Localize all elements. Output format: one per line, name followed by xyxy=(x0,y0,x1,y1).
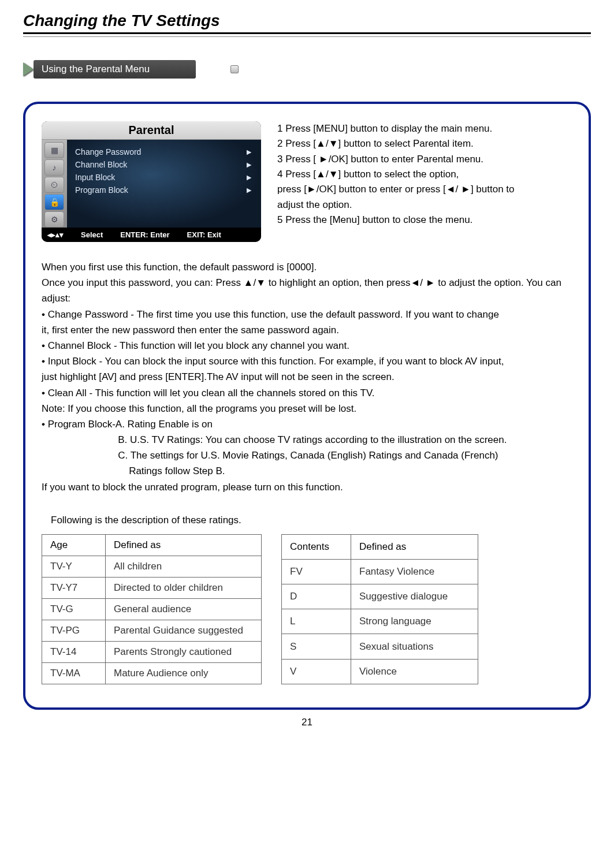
body-line: Note: If you choose this function, all t… xyxy=(42,401,572,416)
table-row: TV-14Parents Strongly cautioned xyxy=(42,641,262,662)
cell: Directed to older children xyxy=(106,577,262,598)
osd-footer-select: Select xyxy=(81,230,103,239)
ratings-intro: Following is the description of these ra… xyxy=(51,515,572,526)
body-text: When you first use this function, the de… xyxy=(42,259,572,495)
body-line: just highlight [AV] and press [ENTER].Th… xyxy=(42,369,572,385)
osd-item[interactable]: Channel Block ► xyxy=(75,158,253,171)
body-line: Ratings follow Step B. xyxy=(42,463,572,479)
osd-side-icons: ▦ ♪ ⏲ 🔒 ⚙ xyxy=(42,140,67,228)
osd-item-label: Input Block xyxy=(75,173,115,182)
osd-menu: Parental ▦ ♪ ⏲ 🔒 ⚙ Change Password ► Cha… xyxy=(42,121,261,242)
table-header: Defined as xyxy=(351,534,478,559)
section-banner-label: Using the Parental Menu xyxy=(34,60,196,79)
step-line: 2 Press [▲/▼] button to select Parental … xyxy=(277,136,572,151)
table-header: Age xyxy=(42,534,106,556)
chevron-right-icon: ► xyxy=(245,160,253,169)
table-header: Defined as xyxy=(106,534,262,556)
cell: FV xyxy=(282,559,351,584)
chevron-right-icon: ► xyxy=(245,185,253,195)
page-number: 21 xyxy=(23,717,591,728)
cell: Parents Strongly cautioned xyxy=(106,641,262,662)
body-line: • Channel Block - This function will let… xyxy=(42,338,572,353)
osd-footer-enter: ENTER: Enter xyxy=(120,230,169,239)
step-line: 4 Press [▲/▼] button to select the optio… xyxy=(277,167,572,182)
cell: TV-PG xyxy=(42,620,106,641)
cell: Strong language xyxy=(351,609,478,634)
osd-item-label: Change Password xyxy=(75,147,141,157)
cell: TV-MA xyxy=(42,662,106,684)
table-row: TV-PGParental Guidance suggested xyxy=(42,620,262,641)
osd-items: Change Password ► Channel Block ► Input … xyxy=(67,140,261,228)
page-title: Changing the TV Settings xyxy=(23,12,591,34)
table-row: SSexual situations xyxy=(282,634,478,659)
cell: S xyxy=(282,634,351,659)
content-frame: Parental ▦ ♪ ⏲ 🔒 ⚙ Change Password ► Cha… xyxy=(23,102,591,710)
body-line: If you want to block the unrated program… xyxy=(42,479,572,495)
osd-footer-exit: EXIT: Exit xyxy=(187,230,221,239)
cell: TV-Y7 xyxy=(42,577,106,598)
cell: Fantasy Violence xyxy=(351,559,478,584)
body-line: • Clean All - This function will let you… xyxy=(42,385,572,401)
body-line: Once you input this password, you can: P… xyxy=(42,275,572,306)
cell: Mature Audience only xyxy=(106,662,262,684)
table-row: FVFantasy Violence xyxy=(282,559,478,584)
cell: TV-14 xyxy=(42,641,106,662)
table-row: TV-MAMature Audience only xyxy=(42,662,262,684)
cell: Sexual situations xyxy=(351,634,478,659)
osd-icon-setup[interactable]: ⚙ xyxy=(44,211,64,228)
cell: All children xyxy=(106,556,262,577)
cell: Parental Guidance suggested xyxy=(106,620,262,641)
step-line: 3 Press [ ►/OK] button to enter Parental… xyxy=(277,152,572,167)
table-row: TV-YAll children xyxy=(42,556,262,577)
osd-icon-parental[interactable]: 🔒 xyxy=(44,194,64,210)
cell: General audience xyxy=(106,598,262,620)
osd-item-label: Channel Block xyxy=(75,160,127,169)
cell: Suggestive dialogue xyxy=(351,584,478,609)
body-line: • Change Password - The first time you u… xyxy=(42,307,572,322)
step-line: adjust the option. xyxy=(277,198,572,213)
nav-arrows-icon: ◂▸▴▾ xyxy=(47,230,64,239)
table-row: TV-Y7Directed to older children xyxy=(42,577,262,598)
chevron-right-icon: ► xyxy=(245,147,253,157)
osd-title: Parental xyxy=(42,121,261,140)
banner-trail-icon xyxy=(230,65,239,73)
body-line: When you first use this function, the de… xyxy=(42,259,572,275)
osd-item-label: Program Block xyxy=(75,185,128,195)
osd-item[interactable]: Change Password ► xyxy=(75,146,253,158)
table-row: VViolence xyxy=(282,659,478,684)
age-ratings-table: Age Defined as TV-YAll children TV-Y7Dir… xyxy=(42,534,262,684)
step-line: press [►/OK] button to enter or press [◄… xyxy=(277,182,572,197)
body-line: C. The settings for U.S. Movie Ratings, … xyxy=(42,448,572,463)
osd-item[interactable]: Input Block ► xyxy=(75,171,253,184)
cell: V xyxy=(282,659,351,684)
cell: D xyxy=(282,584,351,609)
chevron-right-icon: ► xyxy=(245,173,253,182)
osd-item[interactable]: Program Block ► xyxy=(75,184,253,196)
cell: TV-Y xyxy=(42,556,106,577)
cell: L xyxy=(282,609,351,634)
table-header: Contents xyxy=(282,534,351,559)
banner-arrow-icon xyxy=(23,62,34,76)
body-line: it, first enter the new password then en… xyxy=(42,322,572,338)
table-row: LStrong language xyxy=(282,609,478,634)
step-line: 1 Press [MENU] button to display the mai… xyxy=(277,121,572,136)
section-banner: Using the Parental Menu xyxy=(23,60,591,79)
body-line: • Input Block - You can block the input … xyxy=(42,353,572,369)
body-line: B. U.S. TV Ratings: You can choose TV ra… xyxy=(42,432,572,448)
body-line: • Program Block-A. Rating Enable is on xyxy=(42,416,572,432)
osd-icon-audio[interactable]: ♪ xyxy=(44,159,64,176)
osd-footer: ◂▸▴▾ Select ENTER: Enter EXIT: Exit xyxy=(42,228,261,242)
table-row: TV-GGeneral audience xyxy=(42,598,262,620)
content-ratings-table: Contents Defined as FVFantasy Violence D… xyxy=(281,534,478,684)
cell: Violence xyxy=(351,659,478,684)
table-row: DSuggestive dialogue xyxy=(282,584,478,609)
osd-icon-time[interactable]: ⏲ xyxy=(44,177,64,193)
step-line: 5 Press the [Menu] button to close the m… xyxy=(277,213,572,228)
title-underline xyxy=(23,36,591,37)
steps-list: 1 Press [MENU] button to display the mai… xyxy=(277,121,572,242)
osd-icon-picture[interactable]: ▦ xyxy=(44,142,64,158)
cell: TV-G xyxy=(42,598,106,620)
